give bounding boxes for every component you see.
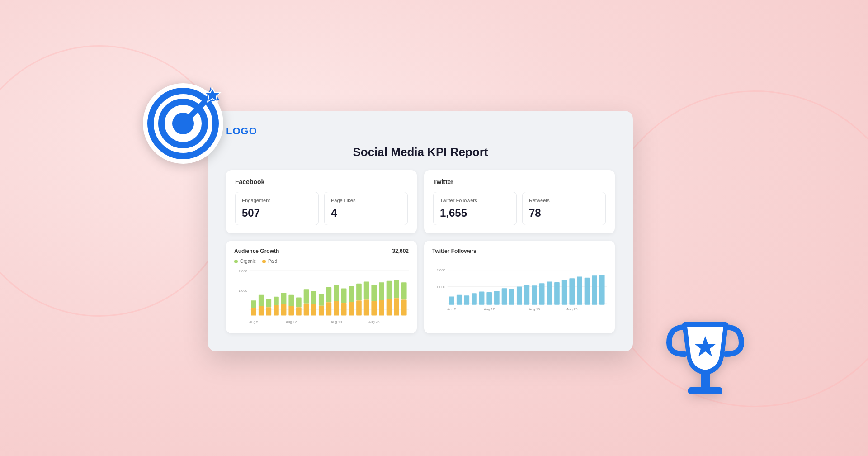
svg-rect-21: [266, 307, 272, 315]
paid-legend-dot: [262, 260, 266, 263]
svg-rect-67: [449, 296, 454, 304]
logo-bar: LOGO: [226, 125, 615, 137]
svg-rect-74: [502, 288, 507, 305]
twitter-followers-chart: Twitter Followers 2,0001,000Aug 5Aug 12A…: [424, 241, 615, 333]
svg-text:2,000: 2,000: [437, 268, 445, 272]
svg-rect-30: [304, 289, 309, 304]
svg-rect-26: [288, 295, 294, 306]
svg-rect-71: [479, 291, 485, 304]
svg-rect-68: [457, 295, 462, 305]
svg-rect-8: [688, 387, 722, 394]
svg-rect-34: [319, 294, 324, 306]
svg-text:Aug 12: Aug 12: [286, 320, 297, 324]
svg-rect-75: [509, 289, 514, 305]
svg-rect-24: [281, 293, 287, 304]
svg-text:1,000: 1,000: [437, 285, 445, 289]
kpi-sections-row: Facebook Engagement 507 Page Likes 4 Twi…: [226, 170, 615, 233]
svg-rect-17: [251, 308, 256, 316]
svg-rect-31: [304, 304, 309, 316]
svg-rect-84: [577, 276, 582, 304]
svg-rect-44: [356, 284, 362, 301]
svg-text:1,000: 1,000: [239, 289, 247, 293]
svg-rect-16: [251, 300, 256, 308]
svg-rect-19: [259, 306, 264, 316]
svg-rect-23: [274, 305, 279, 315]
svg-rect-33: [311, 304, 316, 315]
svg-rect-35: [319, 306, 324, 316]
svg-text:Aug 19: Aug 19: [331, 320, 342, 324]
svg-rect-52: [387, 281, 392, 299]
audience-growth-header: Audience Growth 32,602: [234, 248, 409, 254]
svg-rect-56: [401, 282, 407, 299]
engagement-label: Engagement: [242, 198, 312, 203]
retweets-value: 78: [529, 207, 599, 219]
svg-rect-48: [371, 285, 377, 301]
svg-rect-49: [371, 301, 377, 316]
twitter-section-title: Twitter: [433, 178, 606, 185]
dashboard-card: LOGO Social Media KPI Report Facebook En…: [208, 111, 633, 352]
trophy-icon: [656, 311, 755, 411]
svg-rect-87: [599, 275, 605, 305]
organic-legend-item: Organic: [234, 259, 256, 264]
svg-rect-85: [585, 278, 590, 305]
svg-text:2,000: 2,000: [239, 269, 247, 273]
facebook-metrics: Engagement 507 Page Likes 4: [235, 192, 408, 225]
retweets-label: Retweets: [529, 198, 599, 203]
svg-rect-25: [281, 304, 287, 315]
twitter-followers-chart-area: 2,0001,000Aug 5Aug 12Aug 19Aug 26: [432, 267, 607, 326]
audience-growth-chart-area: 2,0001,000Aug 5Aug 12Aug 19Aug 26: [234, 267, 409, 326]
engagement-metric: Engagement 507: [235, 192, 319, 225]
svg-rect-83: [569, 278, 575, 305]
svg-rect-43: [349, 302, 354, 315]
organic-legend-label: Organic: [240, 259, 256, 264]
svg-rect-36: [326, 287, 332, 302]
svg-rect-50: [379, 282, 384, 300]
svg-rect-20: [266, 299, 272, 307]
svg-rect-38: [334, 285, 339, 301]
chart-sections-row: Audience Growth 32,602 Organic Paid 2,00…: [226, 241, 615, 333]
svg-text:Aug 5: Aug 5: [249, 320, 258, 324]
svg-rect-53: [387, 299, 392, 316]
svg-rect-27: [288, 306, 294, 316]
svg-rect-29: [296, 307, 302, 315]
organic-legend-dot: [234, 260, 238, 263]
paid-legend-item: Paid: [262, 259, 277, 264]
svg-rect-51: [379, 300, 384, 315]
report-title: Social Media KPI Report: [226, 145, 615, 159]
svg-rect-72: [486, 292, 492, 305]
svg-text:Aug 12: Aug 12: [484, 307, 495, 311]
twitter-followers-chart-header: Twitter Followers: [432, 248, 607, 254]
svg-text:Aug 5: Aug 5: [447, 307, 456, 311]
audience-growth-title: Audience Growth: [234, 248, 279, 254]
svg-rect-39: [334, 301, 339, 316]
svg-text:Aug 19: Aug 19: [529, 307, 540, 311]
audience-growth-chart: Audience Growth 32,602 Organic Paid 2,00…: [226, 241, 417, 333]
svg-rect-22: [274, 297, 279, 305]
svg-rect-28: [296, 297, 302, 307]
twitter-metrics: Twitter Followers 1,655 Retweets 78: [433, 192, 606, 225]
svg-text:Aug 26: Aug 26: [368, 320, 379, 324]
facebook-section-title: Facebook: [235, 178, 408, 185]
svg-rect-47: [364, 299, 369, 315]
svg-text:Aug 26: Aug 26: [566, 307, 577, 311]
logo-text: LOGO: [226, 125, 257, 137]
page-likes-label: Page Likes: [331, 198, 401, 203]
svg-rect-82: [562, 280, 567, 305]
target-icon: [140, 75, 231, 165]
twitter-section: Twitter Twitter Followers 1,655 Retweets…: [424, 170, 615, 233]
svg-rect-79: [539, 283, 545, 305]
svg-rect-77: [524, 285, 530, 305]
svg-rect-45: [356, 300, 362, 315]
svg-rect-73: [494, 291, 500, 305]
engagement-value: 507: [242, 207, 312, 219]
twitter-followers-chart-title: Twitter Followers: [432, 248, 476, 254]
page-likes-metric: Page Likes 4: [324, 192, 408, 225]
audience-growth-total: 32,602: [392, 248, 409, 254]
page-likes-value: 4: [331, 207, 401, 219]
svg-rect-40: [341, 288, 347, 303]
twitter-followers-value: 1,655: [440, 207, 510, 219]
svg-rect-7: [701, 372, 710, 388]
svg-rect-78: [532, 285, 537, 305]
paid-legend-label: Paid: [268, 259, 277, 264]
svg-rect-37: [326, 302, 332, 315]
